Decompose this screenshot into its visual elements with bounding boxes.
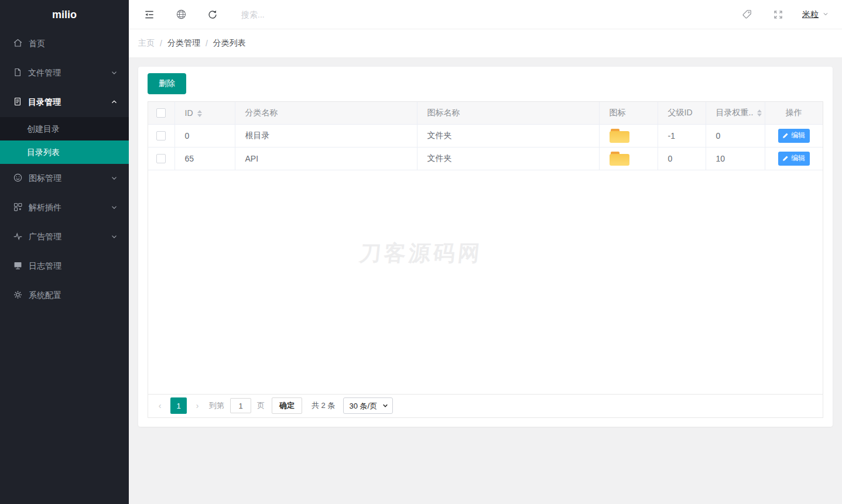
column-header-parent-id: 父级ID bbox=[658, 102, 706, 124]
sidebar-subitem-create-directory[interactable]: 创建目录 bbox=[0, 117, 129, 140]
collapse-sidebar-icon[interactable] bbox=[143, 8, 156, 21]
sidebar: milio 首页 文件管理 目录管理 创建目录 目录列表 图标管理 解析插件 广… bbox=[0, 0, 129, 504]
topbar: 米粒 bbox=[129, 0, 842, 29]
breadcrumb-separator: / bbox=[206, 39, 208, 48]
sidebar-item-file-management[interactable]: 文件管理 bbox=[0, 59, 129, 88]
sidebar-item-system-config[interactable]: 系统配置 bbox=[0, 281, 129, 310]
sidebar-item-directory-management[interactable]: 目录管理 bbox=[0, 88, 129, 117]
sort-icon[interactable] bbox=[757, 109, 762, 116]
document-icon bbox=[13, 97, 22, 108]
home-icon bbox=[13, 38, 23, 50]
page-unit-label: 页 bbox=[257, 400, 265, 411]
edit-button[interactable]: 编辑 bbox=[778, 129, 810, 143]
table-empty-space bbox=[148, 170, 823, 394]
tag-icon[interactable] bbox=[740, 8, 753, 21]
monitor-icon bbox=[13, 260, 23, 272]
breadcrumb-category-management[interactable]: 分类管理 bbox=[167, 38, 200, 49]
sidebar-item-parse-plugin[interactable]: 解析插件 bbox=[0, 193, 129, 222]
search-input[interactable] bbox=[241, 10, 382, 19]
sidebar-item-log-management[interactable]: 日志管理 bbox=[0, 252, 129, 281]
column-header-icon-name: 图标名称 bbox=[417, 102, 599, 124]
sidebar-item-icon-management[interactable]: 图标管理 bbox=[0, 164, 129, 193]
cell-id: 65 bbox=[174, 147, 235, 170]
sidebar-item-label: 首页 bbox=[29, 39, 118, 49]
table-row: 0 根目录 文件夹 -1 0 编辑 bbox=[148, 124, 823, 147]
sidebar-item-label: 日志管理 bbox=[29, 261, 118, 272]
cell-weight: 0 bbox=[706, 124, 765, 147]
sort-icon[interactable] bbox=[197, 110, 202, 117]
edit-button[interactable]: 编辑 bbox=[778, 152, 810, 166]
column-header-name: 分类名称 bbox=[235, 102, 417, 124]
row-checkbox[interactable] bbox=[156, 154, 166, 163]
breadcrumb-separator: / bbox=[160, 39, 162, 48]
content-area: 删除 ID 分类名称 图标名称 bbox=[129, 58, 842, 436]
cell-icon-name: 文件夹 bbox=[417, 124, 599, 147]
column-header-id[interactable]: ID bbox=[174, 102, 235, 124]
sidebar-item-label: 系统配置 bbox=[29, 290, 118, 301]
row-checkbox[interactable] bbox=[156, 131, 166, 140]
gear-icon bbox=[13, 290, 23, 301]
page-size-select[interactable]: 30 条/页 bbox=[343, 397, 393, 414]
chevron-down-icon bbox=[110, 68, 118, 78]
refresh-icon[interactable] bbox=[206, 8, 219, 21]
topbar-right: 米粒 bbox=[721, 8, 829, 21]
cell-icon bbox=[599, 147, 658, 170]
confirm-button[interactable]: 确定 bbox=[272, 397, 302, 414]
breadcrumb: 主页 / 分类管理 / 分类列表 bbox=[129, 29, 842, 58]
cell-icon bbox=[599, 124, 658, 147]
cell-parent-id: 0 bbox=[658, 147, 706, 170]
sidebar-item-home[interactable]: 首页 bbox=[0, 29, 129, 59]
sidebar-item-label: 广告管理 bbox=[29, 232, 110, 242]
smiley-icon bbox=[13, 173, 23, 184]
chevron-down-icon bbox=[110, 203, 118, 213]
cell-icon-name: 文件夹 bbox=[417, 147, 599, 170]
sidebar-item-label: 目录管理 bbox=[28, 97, 110, 108]
delete-button[interactable]: 删除 bbox=[148, 73, 186, 94]
sidebar-item-label: 图标管理 bbox=[29, 173, 110, 184]
cell-name: 根目录 bbox=[235, 124, 417, 147]
select-all-checkbox[interactable] bbox=[156, 108, 166, 118]
table-row: 65 API 文件夹 0 10 编辑 bbox=[148, 147, 823, 170]
folder-icon bbox=[610, 129, 629, 143]
column-header-action: 操作 bbox=[765, 102, 823, 124]
chevron-down-icon bbox=[110, 232, 118, 242]
table-header-row: ID 分类名称 图标名称 图标 父级ID 目录权重.. 操作 bbox=[148, 102, 823, 124]
chevron-down-icon bbox=[822, 9, 829, 20]
pencil-icon bbox=[782, 155, 789, 162]
main-area: 米粒 主页 / 分类管理 / 分类列表 删除 bbox=[129, 0, 842, 436]
next-page-icon[interactable]: › bbox=[193, 401, 202, 410]
goto-label: 到第 bbox=[209, 400, 224, 411]
user-menu[interactable]: 米粒 bbox=[802, 9, 829, 20]
cell-parent-id: -1 bbox=[658, 124, 706, 147]
fullscreen-icon[interactable] bbox=[772, 8, 785, 21]
sidebar-subitem-directory-list[interactable]: 目录列表 bbox=[0, 140, 129, 164]
pagination: ‹ 1 › 到第 页 确定 共 2 条 30 条/页 bbox=[148, 394, 823, 417]
breadcrumb-category-list: 分类列表 bbox=[213, 38, 246, 49]
breadcrumb-home[interactable]: 主页 bbox=[138, 38, 155, 49]
brand-logo: milio bbox=[0, 0, 129, 29]
sidebar-item-ad-management[interactable]: 广告管理 bbox=[0, 222, 129, 252]
sidebar-item-label: 解析插件 bbox=[29, 203, 110, 213]
sidebar-item-label: 文件管理 bbox=[28, 68, 110, 78]
total-count-label: 共 2 条 bbox=[312, 400, 335, 411]
directory-submenu: 创建目录 目录列表 bbox=[0, 117, 129, 164]
folder-icon bbox=[610, 152, 629, 166]
cell-id: 0 bbox=[174, 124, 235, 147]
prev-page-icon[interactable]: ‹ bbox=[155, 401, 165, 410]
file-icon bbox=[13, 67, 22, 79]
chevron-down-icon bbox=[110, 174, 118, 184]
globe-icon[interactable] bbox=[174, 8, 187, 21]
component-icon bbox=[13, 202, 23, 214]
category-table: ID 分类名称 图标名称 图标 父级ID 目录权重.. 操作 bbox=[148, 101, 823, 418]
column-header-weight[interactable]: 目录权重.. bbox=[706, 102, 765, 124]
cell-weight: 10 bbox=[706, 147, 765, 170]
page-input[interactable] bbox=[230, 398, 251, 413]
column-header-icon: 图标 bbox=[599, 102, 658, 124]
chevron-up-icon bbox=[110, 98, 118, 108]
pencil-icon bbox=[782, 132, 789, 139]
username: 米粒 bbox=[802, 9, 819, 20]
pulse-icon bbox=[13, 231, 23, 243]
category-list-card: 删除 ID 分类名称 图标名称 bbox=[138, 67, 833, 427]
page-number-button[interactable]: 1 bbox=[170, 397, 187, 414]
cell-name: API bbox=[235, 147, 417, 170]
